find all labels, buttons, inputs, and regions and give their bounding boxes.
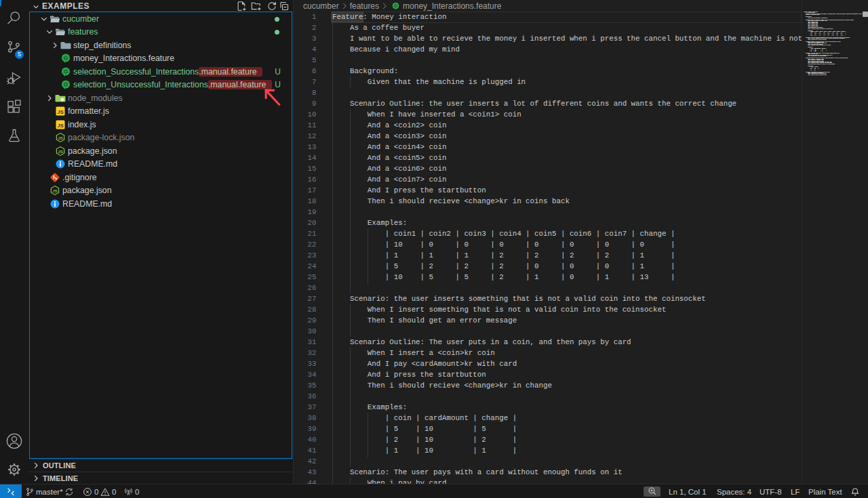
- svg-text:JS: JS: [58, 136, 62, 140]
- svg-text:JS: JS: [58, 149, 62, 153]
- svg-text:JS: JS: [58, 109, 64, 115]
- svg-text:JS: JS: [58, 123, 64, 129]
- svg-text:JS: JS: [52, 189, 57, 193]
